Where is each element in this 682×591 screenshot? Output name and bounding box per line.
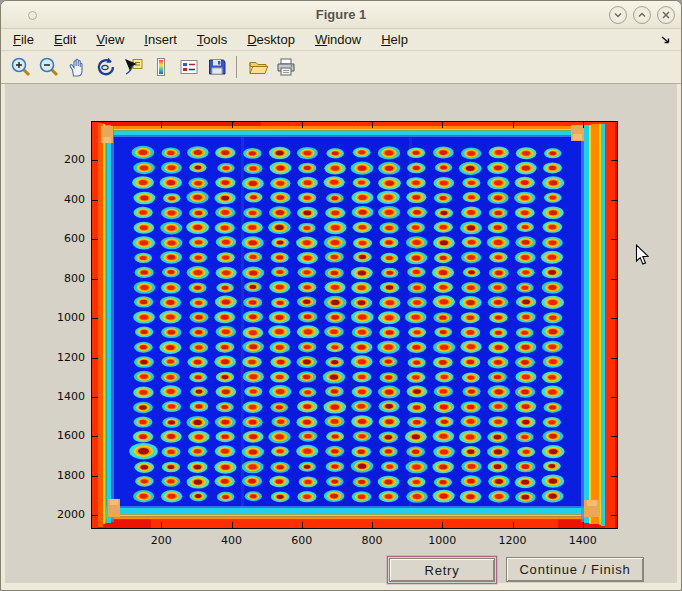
insert-legend-button[interactable] — [176, 54, 202, 80]
y-tick-label: 400 — [37, 193, 85, 207]
maximize-button[interactable] — [633, 6, 651, 24]
open-folder-icon — [247, 56, 269, 78]
menu-tools[interactable]: Tools — [191, 30, 233, 49]
zoom-out-icon — [38, 56, 60, 78]
window-controls — [609, 6, 675, 24]
print-figure-button[interactable] — [273, 54, 299, 80]
zoom-out-button[interactable] — [36, 54, 62, 80]
x-tick-label: 1400 — [553, 534, 613, 548]
x-tick-label: 400 — [202, 534, 262, 548]
chevron-down-icon — [613, 10, 623, 20]
retry-button-focus-ring: Retry — [387, 556, 497, 584]
southeast-arrow-icon — [660, 34, 671, 45]
zoom-in-icon — [10, 56, 32, 78]
x-icon — [661, 10, 671, 20]
y-tick-label: 1200 — [37, 351, 85, 365]
menu-help[interactable]: Help — [375, 30, 414, 49]
menu-overflow-button[interactable] — [660, 33, 671, 48]
y-tick-label: 1000 — [37, 311, 85, 325]
x-tick-label: 200 — [131, 534, 191, 548]
rotate-3d-button[interactable] — [92, 54, 118, 80]
menu-window[interactable]: Window — [309, 30, 367, 49]
x-tick-label: 600 — [272, 534, 332, 548]
insert-colorbar-button[interactable] — [148, 54, 174, 80]
zoom-in-button[interactable] — [8, 54, 34, 80]
figure-window: Figure 1 File Edit View Insert Tools Des… — [0, 0, 682, 591]
open-file-button[interactable] — [245, 54, 271, 80]
printer-icon — [275, 56, 297, 78]
x-tick-label: 1000 — [412, 534, 472, 548]
continue-finish-button[interactable]: Continue / Finish — [506, 557, 644, 582]
titlebar[interactable]: Figure 1 — [1, 1, 681, 29]
figure-canvas-area: 200400600800100012001400160018002000 200… — [5, 84, 677, 583]
pan-button[interactable] — [64, 54, 90, 80]
menu-bar: File Edit View Insert Tools Desktop Wind… — [1, 29, 681, 51]
save-icon — [206, 56, 228, 78]
y-tick-label: 800 — [37, 272, 85, 286]
figure-toolbar — [1, 51, 681, 84]
menu-file[interactable]: File — [7, 30, 40, 49]
retry-button-label: Retry — [424, 563, 459, 578]
chevron-up-icon — [637, 10, 647, 20]
y-tick-label: 1800 — [37, 469, 85, 483]
x-tick-label: 1200 — [483, 534, 543, 548]
save-figure-button[interactable] — [204, 54, 230, 80]
menu-view[interactable]: View — [90, 30, 130, 49]
menu-desktop[interactable]: Desktop — [241, 30, 301, 49]
menu-insert[interactable]: Insert — [138, 30, 183, 49]
pan-hand-icon — [66, 56, 88, 78]
legend-icon — [178, 56, 200, 78]
close-button[interactable] — [657, 6, 675, 24]
rotate-3d-icon — [94, 56, 116, 78]
y-tick-label: 600 — [37, 232, 85, 246]
heatmap-axes[interactable] — [91, 121, 618, 529]
window-title: Figure 1 — [1, 7, 681, 22]
minimize-button[interactable] — [609, 6, 627, 24]
y-tick-label: 200 — [37, 153, 85, 167]
y-tick-label: 1600 — [37, 429, 85, 443]
menu-edit[interactable]: Edit — [48, 30, 82, 49]
data-cursor-button[interactable] — [120, 54, 146, 80]
y-tick-label: 2000 — [37, 508, 85, 522]
retry-button[interactable]: Retry — [389, 558, 495, 582]
data-cursor-icon — [122, 56, 144, 78]
x-tick-label: 800 — [342, 534, 402, 548]
continue-finish-label: Continue / Finish — [519, 562, 630, 577]
y-tick-label: 1400 — [37, 390, 85, 404]
toolbar-separator — [236, 56, 237, 78]
colorbar-icon — [150, 56, 172, 78]
